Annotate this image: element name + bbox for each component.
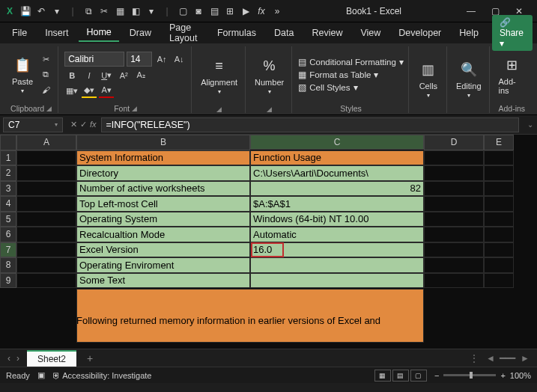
number-button[interactable]: % Number▾ [252,54,287,97]
page-layout-view-icon[interactable]: ▤ [392,370,409,382]
cell-B2[interactable]: Directory [76,165,250,181]
horizontal-scroll[interactable]: ⋮ ◄ ━━━ ► [103,353,537,364]
name-box[interactable]: C7▾ [3,117,63,132]
camera-icon[interactable]: ◙ [192,4,205,18]
tab-insert[interactable]: Insert [37,25,76,41]
font-size-select[interactable] [127,52,152,67]
cell-B6[interactable]: Recalcualtion Mode [76,227,250,242]
add-sheet-button[interactable]: + [76,352,103,364]
cell-B1[interactable]: System Information [76,150,250,166]
bold-button[interactable]: B [64,69,79,82]
col-header-E[interactable]: E [484,135,514,150]
cell-B3[interactable]: Number of active worksheets [76,181,250,197]
zoom-slider[interactable] [443,374,496,376]
chevron-down-icon[interactable]: ▾ [145,4,158,18]
cell-C2[interactable]: C:\Users\Aarti\Documents\ [250,165,424,181]
tab-help[interactable]: Help [452,25,486,41]
cell-C3[interactable]: 82 [250,181,424,197]
tab-file[interactable]: File [4,25,34,41]
cell-A4[interactable] [16,196,76,212]
cell-E4[interactable] [484,196,514,212]
cell-D1[interactable] [424,150,484,166]
cell-A5[interactable] [16,212,76,227]
cell-E6[interactable] [484,227,514,242]
cell-B8[interactable]: Operating Enviroment [76,257,250,273]
accessibility-button[interactable]: ⛨ Accessibility: Investigate [52,371,152,380]
tab-formulas[interactable]: Formulas [210,25,264,41]
tab-home[interactable]: Home [79,24,118,42]
font-superscript[interactable]: A² [116,69,131,82]
cell-C4[interactable]: $A:$A$1 [250,196,424,212]
cell-E7[interactable] [484,242,514,258]
font-subscript[interactable]: A₂ [133,69,148,82]
copy-button[interactable]: ⧉ [38,68,53,82]
cells-button[interactable]: ▥ Cells▾ [415,58,442,100]
cell-E8[interactable] [484,257,514,273]
paste-button[interactable]: 📋 Paste ▾ [9,53,36,96]
row-header-7[interactable]: 7 [0,242,16,257]
cell-A6[interactable] [16,227,76,242]
increase-font-icon[interactable]: A↑ [154,52,169,66]
cell-B5[interactable]: Operating System [76,212,250,227]
cell-D7[interactable] [424,242,484,258]
cell-A3[interactable] [16,181,76,197]
cut-button[interactable]: ✂ [38,53,53,67]
row-header-4[interactable]: 4 [0,196,16,212]
zoom-out-icon[interactable]: − [434,371,439,380]
more-icon[interactable]: » [270,4,284,18]
cell-A9[interactable] [16,273,76,289]
new-icon[interactable]: ▢ [176,4,189,18]
worksheet[interactable]: ABCDE1System InformationFunction Usage2D… [0,135,537,349]
number-launcher-icon[interactable]: ◢ [267,105,272,113]
save-icon[interactable]: 💾 [19,4,32,18]
col-header-C[interactable]: C [250,135,424,150]
cell-B7[interactable]: Excel Version [76,242,250,258]
fx-button[interactable]: fx [90,120,97,129]
cell-styles-button[interactable]: ▧ Cell Styles ▾ [298,82,404,93]
enter-formula-icon[interactable]: ✓ [80,120,87,129]
tab-review[interactable]: Review [304,25,350,41]
undo-icon[interactable]: ↶ [34,4,48,18]
macro-record-icon[interactable]: ▣ [37,370,45,380]
font-name-select[interactable] [64,52,124,67]
cell-C6[interactable]: Automatic [250,227,424,242]
cell-D4[interactable] [424,196,484,212]
row-header-6[interactable]: 6 [0,227,16,242]
col-header-A[interactable]: A [16,135,76,150]
row-header-1[interactable]: 1 [0,150,16,166]
col-header-B[interactable]: B [76,135,250,150]
tab-developer[interactable]: Developer [391,25,449,41]
next-sheet-icon[interactable]: › [16,353,19,364]
cell-C7[interactable]: 16.0 [250,242,424,258]
underline-button[interactable]: U▾ [99,69,114,82]
col-header-D[interactable]: D [424,135,484,150]
row-header-5[interactable]: 5 [0,212,16,227]
select-all-cell[interactable] [0,135,16,150]
zoom-control[interactable]: − + 100% [434,371,531,380]
table-icon[interactable]: ▤ [207,4,221,18]
cell-D6[interactable] [424,227,484,242]
borders-icon[interactable]: ▦ [113,4,127,18]
cell-D8[interactable] [424,257,484,273]
tab-page-layout[interactable]: Page Layout [162,19,207,46]
cell-A1[interactable] [16,150,76,166]
zoom-level[interactable]: 100% [510,371,531,380]
cell-E2[interactable] [484,165,514,181]
conditional-formatting-button[interactable]: ▤ Conditional Formatting ▾ [298,57,404,67]
cut-icon[interactable]: ✂ [97,4,111,18]
cell-E3[interactable] [484,181,514,197]
cell-B9[interactable]: Some Text [76,273,250,289]
cell-A7[interactable] [16,242,76,258]
cell-E5[interactable] [484,212,514,227]
normal-view-icon[interactable]: ▦ [374,370,391,382]
row-header-3[interactable]: 3 [0,181,16,197]
sheet-tab[interactable]: Sheet2 [27,350,76,367]
tab-draw[interactable]: Draw [122,25,159,41]
format-as-table-button[interactable]: ▦ Format as Table ▾ [298,70,404,80]
pivottable-icon[interactable]: ⊞ [223,4,237,18]
cell-C1[interactable]: Function Usage [250,150,424,166]
border-button[interactable]: ▦▾ [64,85,79,98]
formula-input[interactable]: =INFO("RELEASE") [101,117,519,132]
cell-A2[interactable] [16,165,76,181]
cell-D2[interactable] [424,165,484,181]
